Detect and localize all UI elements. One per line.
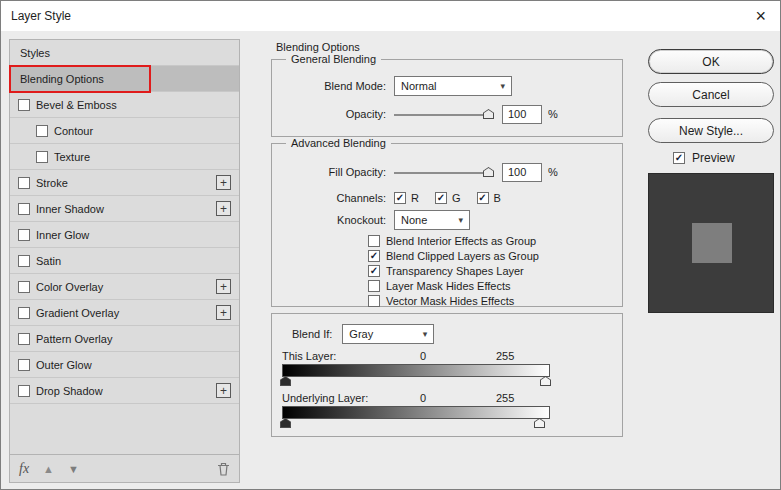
blend-mode-select[interactable]: Normal ▾ bbox=[394, 76, 512, 96]
blend-if-value: Gray bbox=[349, 328, 373, 340]
fill-opacity-row: Fill Opacity: 100 % bbox=[282, 162, 612, 182]
sidebar-item-color-overlay[interactable]: Color Overlay bbox=[10, 274, 239, 300]
sidebar-item-blending-options[interactable]: Blending Options bbox=[10, 66, 239, 92]
sidebar-item-label: Drop Shadow bbox=[36, 385, 103, 397]
checkbox-icon[interactable] bbox=[368, 265, 380, 277]
underlying-layer-min: 0 bbox=[420, 392, 426, 404]
checkbox-icon[interactable] bbox=[18, 99, 30, 111]
sidebar-item-bevel-emboss[interactable]: Bevel & Emboss bbox=[10, 92, 239, 118]
styles-sidebar: Styles Blending Options Bevel & Emboss C… bbox=[9, 39, 240, 483]
channel-g-checkbox[interactable]: G bbox=[435, 192, 461, 204]
opacity-input[interactable]: 100 bbox=[502, 105, 542, 124]
sidebar-item-texture[interactable]: Texture bbox=[10, 144, 239, 170]
sidebar-item-satin[interactable]: Satin bbox=[10, 248, 239, 274]
sidebar-item-stroke[interactable]: Stroke bbox=[10, 170, 239, 196]
this-layer-max: 255 bbox=[496, 350, 514, 362]
checkbox-icon[interactable] bbox=[368, 235, 380, 247]
checkbox-icon[interactable] bbox=[18, 359, 30, 371]
opacity-unit: % bbox=[548, 108, 558, 120]
sidebar-item-styles[interactable]: Styles bbox=[10, 40, 239, 66]
checkbox-icon[interactable] bbox=[435, 192, 447, 204]
move-up-icon[interactable]: ▲ bbox=[43, 463, 54, 475]
blend-if-select[interactable]: Gray ▾ bbox=[342, 324, 434, 344]
sidebar-item-label: Contour bbox=[54, 125, 93, 137]
checkbox-icon[interactable] bbox=[18, 307, 30, 319]
sidebar-item-gradient-overlay[interactable]: Gradient Overlay bbox=[10, 300, 239, 326]
channel-r-label: R bbox=[411, 192, 419, 204]
opacity-row: Opacity: 100 % bbox=[282, 104, 612, 124]
chevron-down-icon: ▾ bbox=[415, 329, 428, 339]
option-blend-interior[interactable]: Blend Interior Effects as Group bbox=[368, 234, 536, 248]
checkbox-icon[interactable] bbox=[18, 229, 30, 241]
add-effect-instance-icon[interactable] bbox=[216, 175, 231, 190]
advanced-blending-group: Advanced Blending Fill Opacity: 100 % Ch… bbox=[271, 143, 623, 307]
sidebar-item-inner-glow[interactable]: Inner Glow bbox=[10, 222, 239, 248]
sidebar-footer: fx ▲ ▼ bbox=[10, 454, 239, 482]
checkbox-icon[interactable] bbox=[18, 333, 30, 345]
add-effect-instance-icon[interactable] bbox=[216, 383, 231, 398]
option-transparency-shapes[interactable]: Transparency Shapes Layer bbox=[368, 264, 524, 278]
opacity-slider[interactable] bbox=[394, 107, 494, 121]
checkbox-icon[interactable] bbox=[36, 125, 48, 137]
add-effect-instance-icon[interactable] bbox=[216, 279, 231, 294]
channel-r-checkbox[interactable]: R bbox=[394, 192, 419, 204]
sidebar-item-contour[interactable]: Contour bbox=[10, 118, 239, 144]
option-label: Blend Interior Effects as Group bbox=[386, 235, 536, 247]
knockout-select[interactable]: None ▾ bbox=[394, 210, 470, 230]
sidebar-item-outer-glow[interactable]: Outer Glow bbox=[10, 352, 239, 378]
blend-mode-label: Blend Mode: bbox=[282, 80, 386, 92]
checkbox-icon[interactable] bbox=[368, 280, 380, 292]
add-effect-instance-icon[interactable] bbox=[216, 201, 231, 216]
underlying-black-marker[interactable] bbox=[280, 418, 291, 428]
preview-toggle[interactable]: Preview bbox=[673, 151, 735, 165]
fill-opacity-label: Fill Opacity: bbox=[282, 166, 386, 178]
slider-thumb[interactable] bbox=[483, 167, 494, 177]
knockout-row: Knockout: None ▾ bbox=[282, 210, 612, 230]
checkbox-icon[interactable] bbox=[368, 295, 380, 307]
new-style-button[interactable]: New Style... bbox=[648, 118, 774, 143]
channel-b-checkbox[interactable]: B bbox=[477, 192, 501, 204]
delete-effect-icon[interactable] bbox=[217, 462, 230, 476]
checkbox-icon[interactable] bbox=[477, 192, 489, 204]
chevron-down-icon: ▾ bbox=[492, 81, 505, 91]
checkbox-icon[interactable] bbox=[18, 281, 30, 293]
layer-style-dialog: Layer Style × Styles Blending Options Be… bbox=[0, 0, 781, 490]
ok-button[interactable]: OK bbox=[648, 49, 774, 74]
channel-b-label: B bbox=[494, 192, 501, 204]
checkbox-icon[interactable] bbox=[368, 250, 380, 262]
fill-opacity-slider[interactable] bbox=[394, 165, 494, 179]
blend-mode-row: Blend Mode: Normal ▾ bbox=[282, 76, 612, 96]
option-blend-clipped[interactable]: Blend Clipped Layers as Group bbox=[368, 249, 539, 263]
move-down-icon[interactable]: ▼ bbox=[68, 463, 79, 475]
sidebar-item-inner-shadow[interactable]: Inner Shadow bbox=[10, 196, 239, 222]
option-layer-mask-hides[interactable]: Layer Mask Hides Effects bbox=[368, 279, 511, 293]
add-effect-instance-icon[interactable] bbox=[216, 305, 231, 320]
close-icon[interactable]: × bbox=[751, 7, 770, 25]
checkbox-icon[interactable] bbox=[394, 192, 406, 204]
this-layer-gradient-bar[interactable] bbox=[282, 364, 550, 377]
chevron-down-icon: ▾ bbox=[450, 215, 463, 225]
checkbox-icon[interactable] bbox=[18, 177, 30, 189]
checkbox-icon[interactable] bbox=[673, 152, 685, 164]
sidebar-item-label: Outer Glow bbox=[36, 359, 92, 371]
sidebar-item-drop-shadow[interactable]: Drop Shadow bbox=[10, 378, 239, 404]
checkbox-icon[interactable] bbox=[36, 151, 48, 163]
cancel-button[interactable]: Cancel bbox=[648, 82, 774, 107]
underlying-layer-gradient-bar[interactable] bbox=[282, 406, 550, 419]
option-vector-mask-hides[interactable]: Vector Mask Hides Effects bbox=[368, 294, 514, 308]
checkbox-icon[interactable] bbox=[18, 385, 30, 397]
sidebar-item-label: Bevel & Emboss bbox=[36, 99, 117, 111]
checkbox-icon[interactable] bbox=[18, 203, 30, 215]
fill-opacity-input[interactable]: 100 bbox=[502, 163, 542, 182]
checkbox-icon[interactable] bbox=[18, 255, 30, 267]
sidebar-item-pattern-overlay[interactable]: Pattern Overlay bbox=[10, 326, 239, 352]
sidebar-item-label: Pattern Overlay bbox=[36, 333, 112, 345]
option-label: Layer Mask Hides Effects bbox=[386, 280, 511, 292]
option-label: Blend Clipped Layers as Group bbox=[386, 250, 539, 262]
slider-thumb[interactable] bbox=[483, 109, 494, 119]
channels-row: Channels: R G B bbox=[282, 188, 612, 208]
fx-icon[interactable]: fx bbox=[19, 461, 29, 477]
this-layer-white-marker[interactable] bbox=[540, 376, 551, 386]
this-layer-black-marker[interactable] bbox=[280, 376, 291, 386]
underlying-white-marker[interactable] bbox=[534, 418, 545, 428]
